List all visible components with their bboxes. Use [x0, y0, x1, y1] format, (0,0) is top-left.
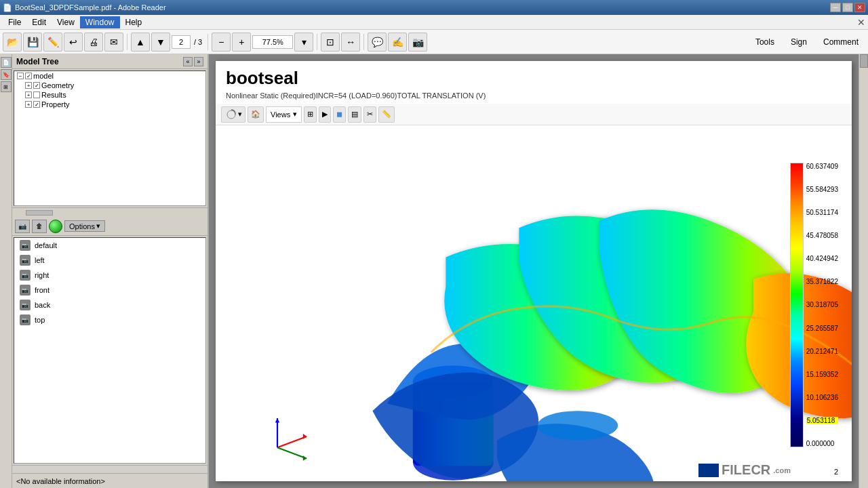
options-button[interactable]: Options ▾ [64, 220, 105, 232]
title-bar-controls[interactable]: ─ □ ✕ [830, 3, 865, 12]
page-title: bootseal [216, 61, 852, 92]
menu-edit[interactable]: Edit [26, 16, 52, 28]
render-button[interactable]: ◼ [333, 106, 346, 123]
window-title: BootSeal_3DPDFSample.pdf - Adobe Reader [15, 3, 166, 12]
model-tree-toggle[interactable]: ▤ [348, 106, 361, 123]
view-item-top[interactable]: 📷 top [14, 312, 205, 327]
tree-scroll[interactable]: − ✓ model + ✓ Geometry + Results [14, 71, 205, 205]
tree-item-geometry[interactable]: + ✓ Geometry [14, 81, 205, 90]
tree-item-model[interactable]: − ✓ model [14, 71, 205, 81]
sign-button[interactable]: Sign [784, 35, 814, 49]
tree-item-property[interactable]: + ✓ Property [14, 100, 205, 109]
tree-item-results[interactable]: + Results [14, 90, 205, 100]
view-item-back[interactable]: 📷 back [14, 298, 205, 312]
view-thumb-default: 📷 [20, 240, 31, 251]
expand-results[interactable]: + [25, 92, 32, 98]
toolbar-mail-button[interactable]: ✉ [104, 33, 123, 52]
check-model[interactable]: ✓ [25, 73, 32, 79]
fit-width-button[interactable]: ↔ [341, 33, 360, 52]
check-results[interactable] [33, 92, 40, 98]
view-icon-btn-2[interactable]: 🗑 [32, 220, 47, 233]
pdf-page: bootseal Nonlinear Static (Required)INCR… [216, 61, 852, 481]
page-number: 2 [834, 468, 838, 476]
zoom-dropdown-button[interactable]: ▾ [294, 33, 313, 52]
menu-view[interactable]: View [52, 16, 80, 28]
zoom-out-button[interactable]: − [212, 33, 231, 52]
comment-button[interactable]: 💬 [368, 33, 387, 52]
scrollbar-thumb[interactable] [860, 54, 868, 68]
toolbar-back-button[interactable]: ↩ [64, 33, 83, 52]
view-thumb-back: 📷 [20, 300, 31, 310]
section-button[interactable]: ✂ [363, 106, 376, 123]
view-thumb-front: 📷 [20, 285, 31, 296]
view-toolbar-3d: ▾ 🏠 Views ▾ ⊞ ▶ ◼ ▤ ✂ 📏 [216, 104, 852, 125]
toolbar-separator-1 [127, 34, 127, 50]
views-horizontal-scrollbar[interactable] [12, 465, 208, 473]
tree-horizontal-scrollbar[interactable] [12, 207, 208, 217]
views-list[interactable]: 📷 default 📷 left 📷 right 📷 front [14, 237, 206, 464]
view-item-left[interactable]: 📷 left [14, 253, 205, 268]
model-tree-expand-button[interactable]: » [194, 57, 203, 66]
menu-window[interactable]: Window [80, 16, 120, 28]
menubar-close-button[interactable]: ✕ [857, 17, 865, 28]
model-tree-collapse-button[interactable]: « [183, 57, 193, 66]
model-tree-header-buttons[interactable]: « » [183, 57, 203, 66]
rotate-button[interactable]: ▾ [221, 106, 245, 123]
check-property[interactable]: ✓ [33, 101, 40, 108]
toolbar-home-button[interactable]: 📂 [3, 33, 22, 52]
scale-value-10: 10.106236 [806, 394, 838, 401]
scale-value-12: 0.000000 [806, 440, 838, 447]
add-view-button[interactable] [49, 220, 62, 233]
main-layout: 📄 🔖 ⊞ Model Tree « » − ✓ model [0, 54, 868, 488]
snapshot-button[interactable]: 📷 [408, 33, 427, 52]
prev-page-button[interactable]: ▲ [131, 33, 150, 52]
home-view-button[interactable]: 🏠 [248, 106, 264, 123]
sidebar-icon-pages[interactable]: 📄 [1, 57, 12, 68]
zoom-input[interactable] [252, 35, 293, 49]
hscroll-thumb[interactable] [26, 210, 53, 216]
view-item-default[interactable]: 📷 default [14, 238, 205, 253]
views-dropdown[interactable]: Views ▾ [266, 106, 302, 123]
expand-geometry[interactable]: + [25, 82, 32, 89]
toolbar-save-button[interactable]: 💾 [23, 33, 42, 52]
view-item-front[interactable]: 📷 front [14, 283, 205, 298]
menu-help[interactable]: Help [120, 16, 148, 28]
view-thumb-top: 📷 [20, 314, 31, 325]
toolbar-edit-button[interactable]: ✏️ [43, 33, 62, 52]
minimize-button[interactable]: ─ [830, 3, 841, 12]
toolbar-print-button[interactable]: 🖨 [84, 33, 103, 52]
fit-page-button[interactable]: ⊡ [321, 33, 340, 52]
sidebar-icon-bookmarks[interactable]: 🔖 [1, 69, 12, 80]
model-tree-header: Model Tree « » [12, 54, 208, 69]
content-area: bootseal Nonlinear Static (Required)INCR… [209, 54, 868, 488]
tree-label-property: Property [41, 100, 70, 108]
view-label-default: default [35, 241, 57, 249]
3d-model-area[interactable]: 60.637409 55.584293 50.531174 45.478058 … [216, 125, 852, 481]
measure-button[interactable]: 📏 [378, 106, 395, 123]
maximize-button[interactable]: □ [842, 3, 853, 12]
comment-panel-button[interactable]: Comment [816, 35, 865, 49]
grid-button[interactable]: ⊞ [304, 106, 317, 123]
expand-property[interactable]: + [25, 101, 32, 108]
view-icon-btn-1[interactable]: 📷 [15, 220, 30, 233]
sidebar-icon-model[interactable]: ⊞ [1, 81, 12, 92]
zoom-in-button[interactable]: + [232, 33, 251, 52]
check-geometry[interactable]: ✓ [33, 82, 40, 89]
highlight-button[interactable]: ✍ [388, 33, 407, 52]
right-scrollbar[interactable] [859, 54, 868, 488]
view-item-right[interactable]: 📷 right [14, 268, 205, 283]
close-button[interactable]: ✕ [854, 3, 865, 12]
expand-model[interactable]: − [17, 73, 24, 79]
menu-file[interactable]: File [3, 16, 26, 28]
app-icon: 📄 [3, 3, 12, 12]
play-button[interactable]: ▶ [319, 106, 331, 123]
scale-value-3: 45.478058 [806, 232, 838, 239]
next-page-button[interactable]: ▼ [151, 33, 170, 52]
tools-button[interactable]: Tools [749, 35, 781, 49]
svg-line-6 [277, 436, 307, 447]
tree-label-geometry: Geometry [41, 81, 74, 89]
page-number-input[interactable] [172, 35, 191, 49]
page-total: / 3 [192, 38, 204, 46]
scale-value-5: 35.371822 [806, 278, 838, 285]
main-toolbar: 📂 💾 ✏️ ↩ 🖨 ✉ ▲ ▼ / 3 − + ▾ ⊡ ↔ 💬 ✍ 📷 Too… [0, 30, 868, 54]
